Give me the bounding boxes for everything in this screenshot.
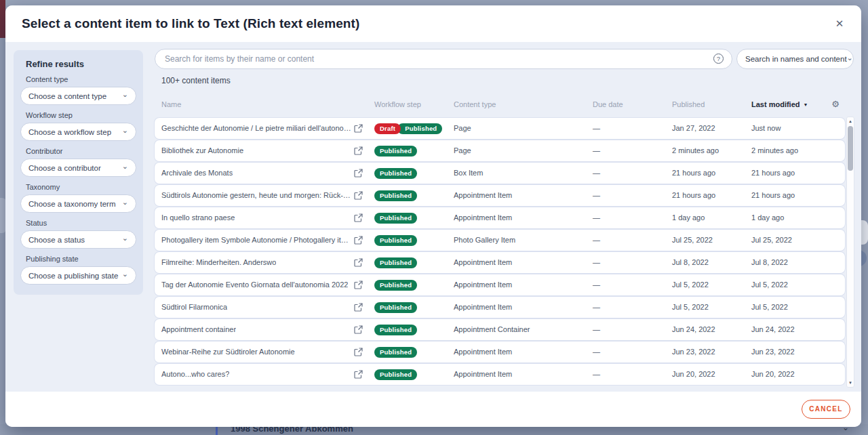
filter-dropdown[interactable]: Choose a status ⌄ [20, 230, 136, 249]
workflow-step-badge: Published [374, 325, 417, 335]
content-type: Appointment Item [454, 364, 512, 385]
table-row[interactable]: Autono...who cares? Published Appointmen… [155, 364, 845, 385]
last-modified: Jul 8, 2022 [751, 252, 788, 273]
open-in-new-icon[interactable] [354, 281, 363, 289]
open-in-new-icon[interactable] [354, 191, 363, 200]
content-type: Photo Gallery Item [454, 230, 515, 251]
filter-dropdown[interactable]: Choose a contributor ⌄ [20, 159, 136, 177]
table-row[interactable]: Webinar-Reihe zur Südtiroler Autonomie P… [155, 341, 845, 362]
open-in-new-icon[interactable] [354, 169, 363, 178]
workflow-step-badge: Published [374, 146, 417, 157]
open-in-new-icon[interactable] [354, 370, 363, 379]
due-date: — [593, 297, 600, 318]
published-date: Jul 8, 2022 [672, 252, 709, 273]
column-header[interactable]: Last modified▼ [751, 100, 808, 108]
workflow-badges: Published [374, 274, 417, 295]
dialog-title: Select a content item to link to Text (R… [22, 16, 359, 31]
filter-label: Workflow step [26, 111, 136, 119]
workflow-step-badge: Published [374, 235, 417, 246]
search-input[interactable] [155, 49, 732, 68]
workflow-step-badge: Published [374, 280, 417, 291]
column-label: Content type [454, 100, 496, 108]
published-date: Jul 5, 2022 [672, 297, 709, 318]
filter-dropdown[interactable]: Choose a content type ⌄ [20, 87, 136, 105]
last-modified: 1 day ago [751, 207, 784, 228]
workflow-badges: Published [374, 252, 417, 273]
item-name: Autono...who cares? [161, 364, 229, 385]
content-type: Appointment Item [454, 297, 512, 318]
content-type: Appointment Item [454, 252, 512, 273]
last-modified: Jun 20, 2022 [751, 364, 795, 385]
table-row[interactable]: Archivale des Monats Published Box Item … [155, 163, 845, 184]
column-header[interactable]: Workflow step▼ [374, 100, 421, 108]
open-in-new-icon[interactable] [354, 303, 363, 312]
due-date: — [593, 341, 600, 362]
due-date: — [593, 364, 600, 385]
table-row[interactable]: Südtirols Autonomie gestern, heute und m… [155, 185, 845, 206]
scrollbar-thumb[interactable] [848, 126, 853, 171]
open-in-new-icon[interactable] [354, 348, 363, 356]
workflow-badges: Published [374, 297, 417, 318]
search-scope-dropdown[interactable]: Search in names and content ⌄ [736, 49, 854, 69]
cancel-button[interactable]: CANCEL [802, 400, 850, 419]
filter-dropdown-value: Choose a contributor [28, 164, 101, 172]
filter-dropdown-value: Choose a status [28, 236, 85, 244]
item-name: Südtirols Autonomie gestern, heute und m… [161, 185, 351, 206]
scroll-down-icon[interactable]: ▼ [847, 381, 854, 385]
column-header[interactable]: Content type▼ [454, 100, 496, 108]
column-header[interactable]: Published▼ [672, 100, 705, 108]
scroll-up-icon[interactable]: ▲ [847, 119, 854, 123]
filter-group: Contributor Choose a contributor ⌄ [20, 147, 136, 177]
workflow-step-badge: Draft [374, 123, 401, 134]
table-row[interactable]: Filmreihe: Minderheiten. Anderswo Publis… [155, 252, 845, 273]
filter-dropdown[interactable]: Choose a publishing state ⌄ [20, 266, 136, 285]
content-type: Appointment Item [454, 207, 512, 228]
select-content-item-dialog: Select a content item to link to Text (R… [5, 5, 861, 427]
due-date: — [593, 140, 600, 161]
due-date: — [593, 118, 600, 139]
column-header[interactable]: Due date▼ [593, 100, 623, 108]
table-row[interactable]: Appointment container Published Appointm… [155, 319, 845, 340]
due-date: — [593, 274, 600, 295]
table-row[interactable]: Tag der Autonomie Evento Giornata dell'a… [155, 274, 845, 295]
filter-dropdown[interactable]: Choose a workflow step ⌄ [20, 123, 136, 141]
filter-label: Content type [26, 75, 136, 83]
workflow-step-badge: Published [374, 168, 417, 179]
filter-label: Contributor [26, 147, 136, 155]
filter-group: Publishing state Choose a publishing sta… [20, 255, 136, 285]
last-modified: 21 hours ago [751, 185, 795, 206]
filter-group: Content type Choose a content type ⌄ [20, 75, 136, 105]
last-modified: Jun 24, 2022 [751, 319, 795, 340]
search-help-icon[interactable]: ? [713, 54, 724, 64]
open-in-new-icon[interactable] [354, 236, 363, 245]
item-name: Archivale des Monats [161, 163, 233, 184]
column-label: Last modified [751, 100, 800, 108]
table-row[interactable]: Bibliothek zur Autonomie Published Page … [155, 140, 845, 161]
column-label: Workflow step [374, 100, 421, 108]
gear-icon[interactable]: ⚙ [831, 99, 840, 109]
workflow-badges: Published [374, 364, 417, 385]
due-date: — [593, 163, 600, 184]
chevron-down-icon: ⌄ [847, 54, 853, 62]
results-scrollbar[interactable]: ▲ ▼ [846, 117, 854, 388]
table-row[interactable]: Photogallery item Symbole Autonomie / Ph… [155, 230, 845, 251]
filter-list: Content type Choose a content type ⌄ Wor… [20, 75, 136, 285]
workflow-badges: Published [374, 230, 417, 251]
published-date: Jul 5, 2022 [672, 274, 709, 295]
open-in-new-icon[interactable] [354, 146, 363, 155]
close-icon[interactable]: ✕ [833, 17, 846, 30]
filter-label: Publishing state [26, 255, 136, 263]
table-row[interactable]: Geschichte der Autonomie / Le pietre mil… [155, 118, 845, 139]
table-row[interactable]: In quello strano paese Published Appoint… [155, 207, 845, 228]
open-in-new-icon[interactable] [354, 258, 363, 267]
table-row[interactable]: Südtirol Filarmonica Published Appointme… [155, 297, 845, 318]
item-name: Tag der Autonomie Evento Giornata dell'a… [161, 274, 348, 295]
open-in-new-icon[interactable] [354, 213, 363, 222]
workflow-step-badge: Published [374, 213, 417, 224]
open-in-new-icon[interactable] [354, 325, 363, 334]
workflow-badges: Published [374, 319, 417, 340]
open-in-new-icon[interactable] [354, 124, 363, 133]
filter-dropdown[interactable]: Choose a taxonomy term ⌄ [20, 194, 136, 213]
column-header[interactable]: Name▼ [161, 100, 181, 108]
item-name: Photogallery item Symbole Autonomie / Ph… [161, 230, 351, 251]
